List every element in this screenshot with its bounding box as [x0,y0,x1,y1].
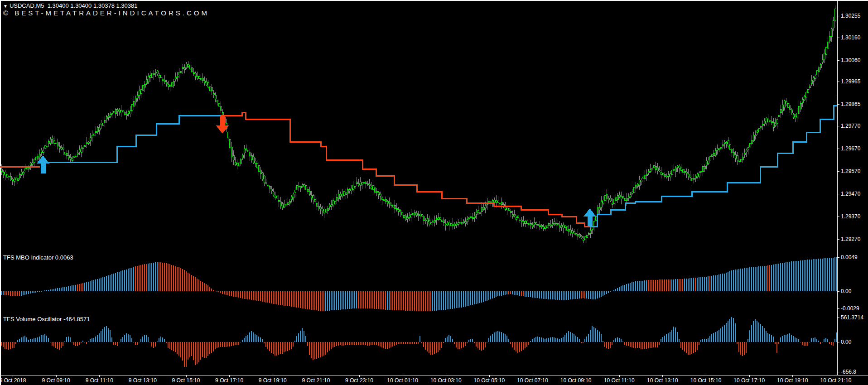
time-axis-label: 9 Oct 2018 [0,377,26,384]
axis-tick [837,171,839,172]
price-axis-label: 1.29965 [841,78,860,85]
axis-tick [837,104,839,105]
axis-tick [837,60,839,61]
time-axis-label: 10 Oct 11:10 [604,377,635,384]
axis-tick [837,239,839,240]
time-axis-label: 9 Oct 11:10 [86,377,113,384]
time-axis-tick [446,375,446,377]
time-axis-label: 9 Oct 09:10 [42,377,70,384]
mbo-axis-label: -0.0029 [841,305,859,312]
price-axis-label: 1.30160 [841,34,860,41]
axis-tick [837,38,839,38]
time-axis-tick [792,375,793,377]
time-axis-label: 9 Oct 23:10 [345,377,373,384]
separator-line [0,2,868,2]
volume-axis-label: 561.3714 [841,314,863,321]
time-axis-label: 10 Oct 19:10 [777,377,808,384]
time-axis-tick [706,375,706,377]
axis-tick [837,194,839,194]
axis-tick [837,16,839,16]
time-axis-label: 10 Oct 03:10 [430,377,462,384]
time-axis-tick [533,375,533,377]
main-price-chart[interactable] [0,0,837,250]
time-axis-tick [273,375,273,377]
axis-tick [837,308,839,309]
time-axis-label: 9 Oct 19:10 [259,377,287,384]
axis-tick [837,318,839,318]
time-axis-tick [576,375,576,377]
axis-tick [837,149,839,149]
price-axis-label: 1.30060 [841,57,860,63]
time-axis-tick [749,375,750,377]
axis-tick [837,291,839,292]
time-axis-label: 10 Oct 05:10 [474,377,505,384]
time-axis-divider [0,375,868,375]
time-axis-label: 10 Oct 21:10 [820,377,852,384]
price-axis-label: 1.29770 [841,123,860,129]
time-axis-label: 9 Oct 15:10 [172,377,200,384]
separator-line [0,0,868,0]
axis-tick [837,372,839,372]
price-axis-label: 1.29370 [841,213,860,220]
volume-axis-label: -656.8 [841,369,856,375]
axis-tick [837,257,839,258]
time-axis-label: 9 Oct 13:10 [129,377,157,384]
time-axis-tick [99,375,100,377]
axis-tick [837,217,839,217]
time-axis-label: 10 Oct 15:10 [690,377,722,384]
time-axis-tick [186,375,187,377]
volume-axis-label: 0.00 [841,339,851,345]
time-axis-tick [359,375,360,377]
axis-tick [837,342,839,342]
panel-separator[interactable] [0,0,868,2]
price-axis-label: 1.29670 [841,145,860,152]
price-axis-divider [837,0,838,375]
volume-panel-title: TFS Volume Oscillator -464.8571 [3,316,90,322]
mt4-chart-window: ▼USDCAD,M5 1.30400 1.30400 1.30378 1.303… [0,0,868,385]
time-axis-label: 10 Oct 17:10 [733,377,765,384]
time-axis-label: 10 Oct 07:10 [517,377,548,384]
time-axis-tick [13,375,13,377]
mbo-axis-label: 0.0049 [841,254,858,260]
mbo-indicator-chart[interactable] [0,253,837,312]
axis-tick [837,126,839,126]
price-axis-label: 1.29270 [841,236,860,242]
mbo-axis-label: 0.00 [841,288,851,294]
volume-oscillator-chart[interactable] [0,314,837,375]
time-axis-label: 10 Oct 09:10 [560,377,592,384]
time-axis-label: 10 Oct 13:10 [647,377,678,384]
time-axis-label: 9 Oct 17:10 [215,377,243,384]
time-axis-label: 9 Oct 21:10 [302,377,330,384]
price-axis-label: 1.29865 [841,101,860,107]
time-axis-tick [836,375,836,377]
time-axis-tick [229,375,230,377]
time-axis-tick [489,375,490,377]
price-axis-label: 1.30255 [841,13,860,19]
mbo-panel-title: TFS MBO Indicator 0.0063 [3,254,73,261]
axis-tick [837,82,839,82]
time-axis-tick [56,375,57,377]
time-axis-tick [662,375,663,377]
time-axis-tick [143,375,143,377]
time-axis-tick [619,375,620,377]
time-axis-tick [316,375,316,377]
time-axis-tick [403,375,403,377]
price-axis-label: 1.29470 [841,191,860,197]
price-axis-label: 1.29570 [841,168,860,174]
time-axis-label: 10 Oct 01:10 [387,377,418,384]
